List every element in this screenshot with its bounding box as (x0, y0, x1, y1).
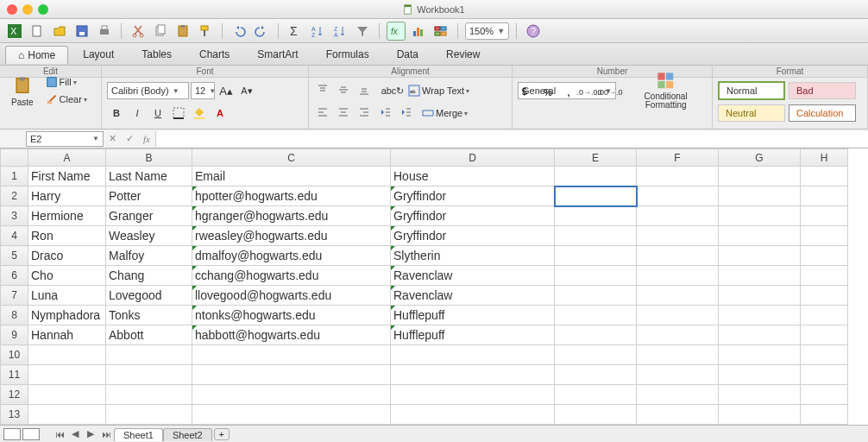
copy-icon[interactable] (151, 22, 170, 41)
increase-decimal-icon[interactable]: .0→.00 (580, 83, 599, 102)
cell-B8[interactable]: Tonks (106, 306, 192, 325)
cell-A12[interactable] (28, 385, 106, 405)
font-name-selector[interactable]: Calibri (Body)▼ (107, 82, 189, 99)
cell-B13[interactable] (106, 405, 192, 425)
cell-H11[interactable] (801, 365, 848, 385)
italic-button[interactable]: I (128, 104, 147, 123)
cell-D7[interactable]: Ravenclaw (391, 286, 555, 306)
add-sheet-button[interactable]: + (214, 428, 230, 440)
cell-H12[interactable] (801, 385, 848, 405)
show-formulas-icon[interactable]: fx (387, 22, 406, 41)
cell-F2[interactable] (637, 186, 719, 206)
sheet-nav-first[interactable]: ⏮ (52, 429, 67, 439)
cell-B12[interactable] (106, 385, 192, 405)
cell-E12[interactable] (555, 385, 637, 405)
cell-E7[interactable] (555, 286, 637, 306)
comma-icon[interactable]: , (559, 83, 578, 102)
cell-E13[interactable] (555, 405, 637, 425)
fx-icon[interactable]: fx (138, 134, 155, 144)
cell-C11[interactable] (192, 365, 391, 385)
cell-E3[interactable] (555, 206, 637, 226)
orientation-icon[interactable]: abc↻ (383, 81, 402, 100)
style-normal[interactable]: Normal (718, 81, 785, 100)
fill-button[interactable]: Fill▾ (41, 74, 91, 90)
cell-F1[interactable] (637, 167, 719, 186)
cell-G1[interactable] (719, 167, 801, 186)
align-center-icon[interactable] (335, 104, 354, 123)
cell-D12[interactable] (391, 385, 555, 405)
style-bad[interactable]: Bad (789, 82, 856, 99)
column-header-E[interactable]: E (555, 149, 637, 167)
wrap-text-button[interactable]: abWrap Text▾ (404, 83, 474, 98)
cell-B5[interactable]: Malfoy (106, 246, 192, 266)
print-icon[interactable] (95, 22, 114, 41)
cell-F7[interactable] (637, 286, 719, 306)
cell-E6[interactable] (555, 266, 637, 286)
row-header-6[interactable]: 6 (1, 266, 28, 286)
row-header-9[interactable]: 9 (1, 325, 28, 345)
cell-F5[interactable] (637, 246, 719, 266)
row-header-8[interactable]: 8 (1, 306, 28, 325)
cell-H10[interactable] (801, 345, 848, 365)
cell-F11[interactable] (637, 365, 719, 385)
cell-B2[interactable]: Potter (106, 186, 192, 206)
redo-icon[interactable] (252, 22, 271, 41)
filter-icon[interactable] (353, 22, 372, 41)
font-size-selector[interactable]: 12▼ (191, 82, 215, 99)
align-left-icon[interactable] (314, 104, 333, 123)
cell-D10[interactable] (391, 345, 555, 365)
cell-D11[interactable] (391, 365, 555, 385)
row-header-13[interactable]: 13 (1, 405, 28, 425)
sheet-tab-1[interactable]: Sheet1 (114, 428, 163, 441)
chart-icon[interactable] (409, 22, 428, 41)
cell-B10[interactable] (106, 345, 192, 365)
cell-H3[interactable] (801, 206, 848, 226)
row-header-10[interactable]: 10 (1, 345, 28, 365)
format-painter-icon[interactable] (196, 22, 215, 41)
cell-H8[interactable] (801, 306, 848, 325)
decrease-decimal-icon[interactable]: .00→.0 (601, 83, 620, 102)
border-button[interactable] (169, 104, 188, 123)
column-header-A[interactable]: A (28, 149, 106, 167)
cell-D9[interactable]: Hufflepuff (391, 325, 555, 345)
cell-C5[interactable]: dmalfoy@hogwarts.edu (192, 246, 391, 266)
align-middle-icon[interactable] (335, 81, 354, 100)
row-header-7[interactable]: 7 (1, 286, 28, 306)
column-header-F[interactable]: F (637, 149, 719, 167)
align-top-icon[interactable] (314, 81, 333, 100)
paste-icon[interactable] (173, 22, 192, 41)
tab-data[interactable]: Data (384, 45, 431, 63)
cell-F10[interactable] (637, 345, 719, 365)
row-header-1[interactable]: 1 (1, 167, 28, 186)
tab-smartart[interactable]: SmartArt (244, 45, 311, 63)
minimize-window-button[interactable] (22, 4, 33, 15)
cell-A4[interactable]: Ron (28, 226, 106, 246)
row-header-11[interactable]: 11 (1, 365, 28, 385)
sheet-nav-prev[interactable]: ◀ (67, 428, 83, 439)
row-header-2[interactable]: 2 (1, 186, 28, 206)
cell-A10[interactable] (28, 345, 106, 365)
cell-B3[interactable]: Granger (106, 206, 192, 226)
cell-G8[interactable] (719, 306, 801, 325)
cell-H6[interactable] (801, 266, 848, 286)
row-header-12[interactable]: 12 (1, 385, 28, 405)
view-layout-icon[interactable] (22, 428, 40, 440)
increase-font-icon[interactable]: A▴ (217, 81, 236, 100)
cell-D1[interactable]: House (391, 167, 555, 186)
cell-E4[interactable] (555, 226, 637, 246)
view-normal-icon[interactable] (3, 428, 21, 440)
autosum-icon[interactable]: Σ (286, 22, 305, 41)
cell-C12[interactable] (192, 385, 391, 405)
cell-F12[interactable] (637, 385, 719, 405)
currency-icon[interactable]: $ (518, 83, 537, 102)
enter-formula-icon[interactable]: ✓ (121, 133, 138, 144)
cell-H5[interactable] (801, 246, 848, 266)
cell-G2[interactable] (719, 186, 801, 206)
cell-B7[interactable]: Lovegood (106, 286, 192, 306)
sheet-tab-2[interactable]: Sheet2 (163, 428, 212, 441)
column-header-D[interactable]: D (391, 149, 555, 167)
cell-A11[interactable] (28, 365, 106, 385)
cell-F3[interactable] (637, 206, 719, 226)
undo-icon[interactable] (230, 22, 248, 41)
close-window-button[interactable] (7, 4, 17, 15)
